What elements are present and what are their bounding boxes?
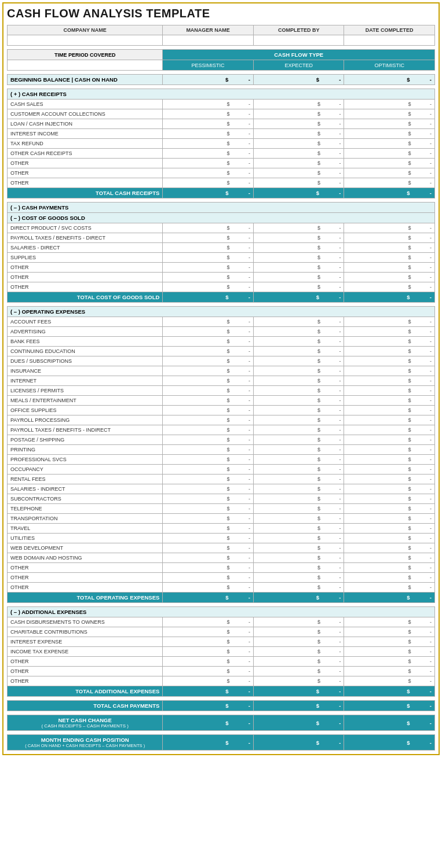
list-item: WEB DOMAIN AND HOSTING$ -$ -$ - <box>8 553 435 563</box>
list-item: SALARIES - INDIRECT$ -$ -$ - <box>8 484 435 494</box>
time-period-input[interactable] <box>8 60 163 71</box>
list-item: RENTAL FEES$ -$ -$ - <box>8 475 435 484</box>
total-cogs-expected: $ - <box>253 292 344 303</box>
time-period-label: TIME PERIOD COVERED <box>8 50 163 60</box>
total-cash-payments-row: TOTAL CASH PAYMENTS $ - $ - $ - <box>8 701 435 711</box>
list-item: LOAN / CASH INJECTION $ - $ - $ - <box>8 119 435 129</box>
net-cash-change-row: NET CASH CHANGE ( CASH RECEIPTS – CASH P… <box>8 715 435 731</box>
date-completed-header: DATE COMPLETED <box>344 25 435 35</box>
total-cash-receipts-pessimistic: $ - <box>163 188 254 198</box>
total-cogs-pessimistic: $ - <box>163 292 254 303</box>
list-item: PRINTING$ -$ -$ - <box>8 445 435 455</box>
list-item: ACCOUNT FEES$ -$ -$ - <box>8 317 435 327</box>
manager-name-input[interactable] <box>163 35 254 46</box>
list-item: TRAVEL$ -$ -$ - <box>8 524 435 534</box>
list-item: OFFICE SUPPLIES$ -$ -$ - <box>8 406 435 415</box>
net-cash-change-label: NET CASH CHANGE ( CASH RECEIPTS – CASH P… <box>8 715 163 731</box>
list-item: UTILITIES$ -$ -$ - <box>8 534 435 543</box>
total-additional-row: TOTAL ADDITIONAL EXPENSES $ - $ - $ - <box>8 686 435 697</box>
cash-payments-header: ( – ) CASH PAYMENTS <box>8 203 435 213</box>
list-item: OTHER $ - $ - $ - <box>8 159 435 168</box>
beginning-balance-label: BEGINNING BALANCE | CASH ON HAND <box>8 75 163 85</box>
list-item: PAYROLL TAXES / BENEFITS - INDIRECT$ -$ … <box>8 425 435 435</box>
list-item: OTHER $ - $ - $ - <box>8 263 435 273</box>
list-item: TRANSPORTATION$ -$ -$ - <box>8 514 435 524</box>
list-item: TELEPHONE$ -$ -$ - <box>8 504 435 514</box>
company-name-input[interactable] <box>8 35 163 46</box>
total-additional-label: TOTAL ADDITIONAL EXPENSES <box>8 686 163 697</box>
list-item: OTHER$ -$ -$ - <box>8 563 435 573</box>
operating-header: ( – ) OPERATING EXPENSES <box>8 307 435 317</box>
list-item: DIRECT PRODUCT / SVC COSTS $ - $ - $ - <box>8 223 435 233</box>
total-cogs-optimistic: $ - <box>344 292 435 303</box>
list-item: TAX REFUND $ - $ - $ - <box>8 139 435 149</box>
total-cash-receipts-optimistic: $ - <box>344 188 435 198</box>
total-cogs-label: TOTAL COST OF GOODS SOLD <box>8 292 163 303</box>
completed-by-header: COMPLETED BY <box>253 25 344 35</box>
list-item: WEB DEVELOPMENT$ -$ -$ - <box>8 543 435 553</box>
total-cash-payments-label: TOTAL CASH PAYMENTS <box>8 701 163 711</box>
optimistic-label: OPTIMISTIC <box>344 60 435 71</box>
list-item: OTHER $ - $ - $ - <box>8 273 435 282</box>
list-item: CHARITABLE CONTRIBUTIONS$ -$ -$ - <box>8 627 435 637</box>
list-item: LICENSES / PERMITS$ -$ -$ - <box>8 386 435 396</box>
list-item: BANK FEES$ -$ -$ - <box>8 337 435 347</box>
cash-flow-type-label: CASH FLOW TYPE <box>163 50 435 60</box>
list-item: SUPPLIES $ - $ - $ - <box>8 253 435 263</box>
expected-label: EXPECTED <box>253 60 344 71</box>
list-item: OTHER $ - $ - $ - <box>8 168 435 178</box>
list-item: PROFESSIONAL SVCS$ -$ -$ - <box>8 455 435 465</box>
list-item: OTHER $ - $ - $ - <box>8 178 435 188</box>
total-cash-receipts-label: TOTAL CASH RECEIPTS <box>8 188 163 198</box>
month-ending-label: MONTH ENDING CASH POSITION ( CASH ON HAN… <box>8 735 163 751</box>
cogs-header: ( – ) COST OF GOODS SOLD <box>8 213 435 223</box>
list-item: OTHER CASH RECEIPTS $ - $ - $ - <box>8 149 435 159</box>
list-item: PAYROLL TAXES / BENEFITS - DIRECT $ - $ … <box>8 233 435 243</box>
beginning-balance-pessimistic[interactable]: $ - <box>163 75 254 85</box>
beginning-balance-optimistic[interactable]: $ - <box>344 75 435 85</box>
list-item: OCCUPANCY$ -$ -$ - <box>8 465 435 475</box>
page-title: CASH FLOW ANALYSIS TEMPLATE <box>7 7 435 20</box>
list-item: PAYROLL PROCESSING$ -$ -$ - <box>8 415 435 425</box>
pessimistic-label: PESSIMISTIC <box>163 60 254 71</box>
list-item: OTHER$ -$ -$ - <box>8 667 435 676</box>
list-item: CASH DISBURSEMENTS TO OWNERS$ -$ -$ - <box>8 617 435 627</box>
list-item: DUES / SUBSCRIPTIONS$ -$ -$ - <box>8 356 435 366</box>
list-item: SALARIES - DIRECT $ - $ - $ - <box>8 243 435 253</box>
list-item: OTHER$ -$ -$ - <box>8 676 435 686</box>
list-item: CASH SALES $ - $ - $ - <box>8 100 435 109</box>
list-item: CUSTOMER ACCOUNT COLLECTIONS $ - $ - $ - <box>8 109 435 119</box>
list-item: CONTINUING EDUCATION$ -$ -$ - <box>8 347 435 356</box>
manager-name-header: MANAGER NAME <box>163 25 254 35</box>
list-item: MEALS / ENTERTAINMENT$ -$ -$ - <box>8 396 435 406</box>
total-operating-label: TOTAL OPERATING EXPENSES <box>8 593 163 603</box>
list-item: INTEREST EXPENSE$ -$ -$ - <box>8 637 435 647</box>
total-cash-receipts-row: TOTAL CASH RECEIPTS $ - $ - $ - <box>8 188 435 198</box>
list-item: OTHER$ -$ -$ - <box>8 573 435 583</box>
total-operating-row: TOTAL OPERATING EXPENSES $ - $ - $ - <box>8 593 435 603</box>
total-cogs-row: TOTAL COST OF GOODS SOLD $ - $ - $ - <box>8 292 435 303</box>
list-item: INTEREST INCOME $ - $ - $ - <box>8 129 435 139</box>
list-item: INTERNET$ -$ -$ - <box>8 376 435 386</box>
beginning-balance-expected[interactable]: $ - <box>253 75 344 85</box>
list-item: ADVERTISING$ -$ -$ - <box>8 327 435 337</box>
date-completed-input[interactable] <box>344 35 435 46</box>
list-item: OTHER$ -$ -$ - <box>8 583 435 593</box>
completed-by-input[interactable] <box>253 35 344 46</box>
company-name-header: COMPANY NAME <box>8 25 163 35</box>
month-ending-row: MONTH ENDING CASH POSITION ( CASH ON HAN… <box>8 735 435 751</box>
additional-header: ( – ) ADDITIONAL EXPENSES <box>8 607 435 617</box>
cash-receipts-header: ( + ) CASH RECEIPTS <box>8 89 435 100</box>
list-item: INCOME TAX EXPENSE$ -$ -$ - <box>8 647 435 657</box>
list-item: INSURANCE$ -$ -$ - <box>8 366 435 376</box>
total-cash-receipts-expected: $ - <box>253 188 344 198</box>
list-item: SUBCONTRACTORS$ -$ -$ - <box>8 494 435 504</box>
list-item: POSTAGE / SHIPPING$ -$ -$ - <box>8 435 435 445</box>
list-item: OTHER$ -$ -$ - <box>8 657 435 667</box>
list-item: OTHER $ - $ - $ - <box>8 282 435 292</box>
